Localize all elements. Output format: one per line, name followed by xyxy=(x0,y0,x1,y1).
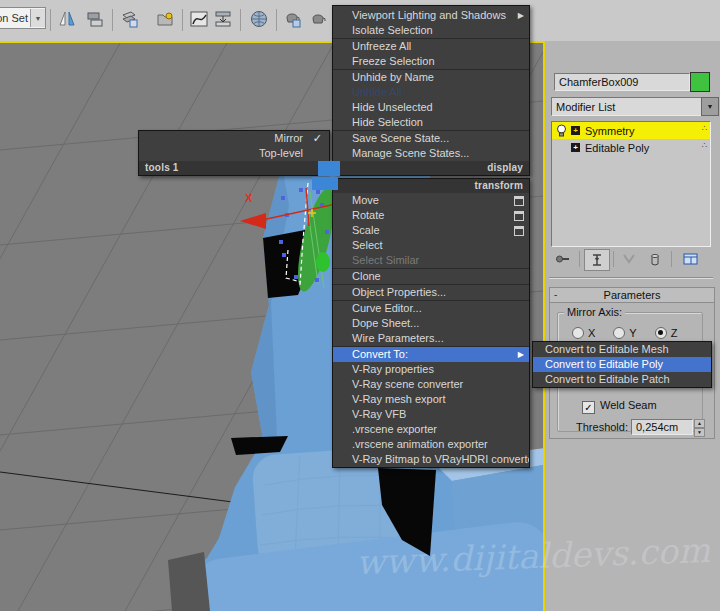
menu-item-unhide-all[interactable]: Unhide All xyxy=(333,85,529,100)
menu-item-wire-parameters[interactable]: Wire Parameters... xyxy=(333,331,529,346)
quad-header-transform: transform xyxy=(333,179,529,193)
lightbulb-icon[interactable] xyxy=(556,124,567,137)
separator xyxy=(613,251,614,267)
threshold-spinner[interactable]: ▲ ▼ xyxy=(694,419,705,435)
expand-icon[interactable]: + xyxy=(571,126,580,135)
chevron-down-icon[interactable]: ▼ xyxy=(701,97,719,116)
stack-item-symmetry[interactable]: + Symmetry ∴ xyxy=(552,122,710,139)
align-icon xyxy=(85,9,105,29)
toolbar-button-align[interactable] xyxy=(82,6,108,32)
stack-item-editable-poly[interactable]: + Editable Poly ∴ xyxy=(552,139,710,156)
menu-item-vrscene-exporter[interactable]: .vrscene exporter xyxy=(333,422,529,437)
menu-item-scale[interactable]: Scale xyxy=(333,223,529,238)
toolbar-separator xyxy=(276,9,277,31)
stack-grip-icon: ∴ xyxy=(702,124,707,133)
submenu-arrow-icon: ▶ xyxy=(518,8,524,23)
mirror-icon xyxy=(57,9,77,29)
menu-item-viewport-lighting[interactable]: Viewport Lighting and Shadows ▶ xyxy=(333,8,529,23)
toolbar-separator xyxy=(182,9,183,31)
menu-item-vray-vfb[interactable]: V-Ray VFB xyxy=(333,407,529,422)
menu-item-isolate-selection[interactable]: Isolate Selection xyxy=(333,23,529,38)
menu-item-convert-editable-poly[interactable]: Convert to Editable Poly xyxy=(533,357,711,372)
separator xyxy=(579,251,580,267)
axis-y-radio[interactable]: Y xyxy=(613,327,636,339)
settings-box-icon[interactable] xyxy=(514,211,524,221)
stack-item-label: Symmetry xyxy=(585,125,635,137)
modifier-list-dropdown[interactable]: Modifier List ▼ xyxy=(551,97,719,116)
layer-manager-icon xyxy=(119,9,139,29)
trash-icon xyxy=(647,252,663,266)
menu-item-manage-scene-states[interactable]: Manage Scene States... xyxy=(333,146,529,161)
toolbar-separator xyxy=(50,9,51,31)
threshold-label: Threshold: xyxy=(568,421,628,433)
toolbar-button-render[interactable] xyxy=(306,6,332,32)
make-unique-icon xyxy=(621,252,637,266)
command-panel: ChamferBox009 Modifier List ▼ + Symmetry… xyxy=(545,0,720,611)
spinner-down-icon[interactable]: ▼ xyxy=(694,428,705,437)
submenu-arrow-icon: ▶ xyxy=(518,347,524,362)
toolbar-button-layer-manager[interactable] xyxy=(116,6,142,32)
weld-seam-checkbox[interactable]: ✓Weld Seam xyxy=(582,399,657,411)
chair-base-shadow xyxy=(168,552,210,611)
menu-item-convert-editable-mesh[interactable]: Convert to Editable Mesh xyxy=(533,342,711,357)
settings-box-icon[interactable] xyxy=(514,226,524,236)
threshold-field[interactable]: 0,254cm xyxy=(631,419,693,435)
gizmo-green-handle[interactable] xyxy=(316,252,330,272)
menu-item-curve-editor[interactable]: Curve Editor... xyxy=(333,301,529,316)
menu-item-freeze-selection[interactable]: Freeze Selection xyxy=(333,54,529,69)
menu-item-hide-selection[interactable]: Hide Selection xyxy=(333,115,529,130)
quad-menu-transform: transform Move Rotate Scale Select Selec… xyxy=(332,178,530,468)
checkmark-icon: ✓ xyxy=(313,131,322,146)
x-axis-arrowhead[interactable] xyxy=(240,213,266,229)
menu-item-vray-bitmap-converter[interactable]: V-Ray Bitmap to VRayHDRI converter xyxy=(333,452,529,467)
object-name-field[interactable]: ChamferBox009 xyxy=(554,73,690,91)
menu-item-vrscene-animation-exporter[interactable]: .vrscene animation exporter xyxy=(333,437,529,452)
menu-item-convert-to[interactable]: Convert To: ▶ xyxy=(333,347,529,362)
menu-item-unhide-by-name[interactable]: Unhide by Name xyxy=(333,70,529,85)
show-end-result-button[interactable] xyxy=(584,249,610,271)
menu-item-move[interactable]: Move xyxy=(333,193,529,208)
axis-z-radio[interactable]: Z xyxy=(655,327,678,339)
toolbar-button-material-editor[interactable] xyxy=(246,6,272,32)
make-unique-button[interactable] xyxy=(617,249,641,269)
configure-sets-icon xyxy=(683,252,699,266)
spinner-up-icon[interactable]: ▲ xyxy=(694,419,705,428)
named-selection-set-dropdown[interactable]: on Set ▼ xyxy=(0,7,46,29)
configure-modifier-sets-button[interactable] xyxy=(679,249,703,269)
pin-stack-button[interactable] xyxy=(551,249,575,269)
quad-center-marker[interactable] xyxy=(318,161,340,176)
object-color-swatch[interactable] xyxy=(690,72,710,92)
menu-item-rotate[interactable]: Rotate xyxy=(333,208,529,223)
menu-item-select[interactable]: Select xyxy=(333,238,529,253)
menu-item-dope-sheet[interactable]: Dope Sheet... xyxy=(333,316,529,331)
divider xyxy=(549,277,713,279)
quad-center-marker[interactable] xyxy=(312,177,338,190)
menu-item-mirror[interactable]: Mirror ✓ xyxy=(139,131,329,146)
schematic-view-icon xyxy=(213,9,233,29)
render-setup-icon xyxy=(283,9,303,29)
rollout-header[interactable]: - Parameters xyxy=(550,288,714,303)
chevron-down-icon[interactable]: ▼ xyxy=(30,9,45,27)
toolbar-button-curve-editor[interactable] xyxy=(186,6,212,32)
collapse-icon[interactable]: - xyxy=(554,288,557,302)
menu-item-vray-scene-converter[interactable]: V-Ray scene converter xyxy=(333,377,529,392)
menu-item-object-properties[interactable]: Object Properties... xyxy=(333,285,529,300)
menu-item-clone[interactable]: Clone xyxy=(333,269,529,284)
toolbar-button-scene-explorer[interactable] xyxy=(152,6,178,32)
material-editor-icon xyxy=(249,9,269,29)
toolbar-button-render-setup[interactable] xyxy=(280,6,306,32)
menu-item-vray-mesh-export[interactable]: V-Ray mesh export xyxy=(333,392,529,407)
menu-item-save-scene-state[interactable]: Save Scene State... xyxy=(333,131,529,146)
scene-explorer-icon xyxy=(155,9,175,29)
expand-icon[interactable]: + xyxy=(571,143,580,152)
settings-box-icon[interactable] xyxy=(514,196,524,206)
menu-item-convert-editable-patch[interactable]: Convert to Editable Patch xyxy=(533,372,711,387)
menu-item-top-level[interactable]: Top-level xyxy=(139,146,329,161)
menu-item-unfreeze-all[interactable]: Unfreeze All xyxy=(333,39,529,54)
toolbar-button-mirror[interactable] xyxy=(54,6,80,32)
menu-item-hide-unselected[interactable]: Hide Unselected xyxy=(333,100,529,115)
axis-x-radio[interactable]: X xyxy=(572,327,595,339)
menu-item-vray-properties[interactable]: V-Ray properties xyxy=(333,362,529,377)
remove-modifier-button[interactable] xyxy=(643,249,667,269)
toolbar-button-schematic-view[interactable] xyxy=(210,6,236,32)
